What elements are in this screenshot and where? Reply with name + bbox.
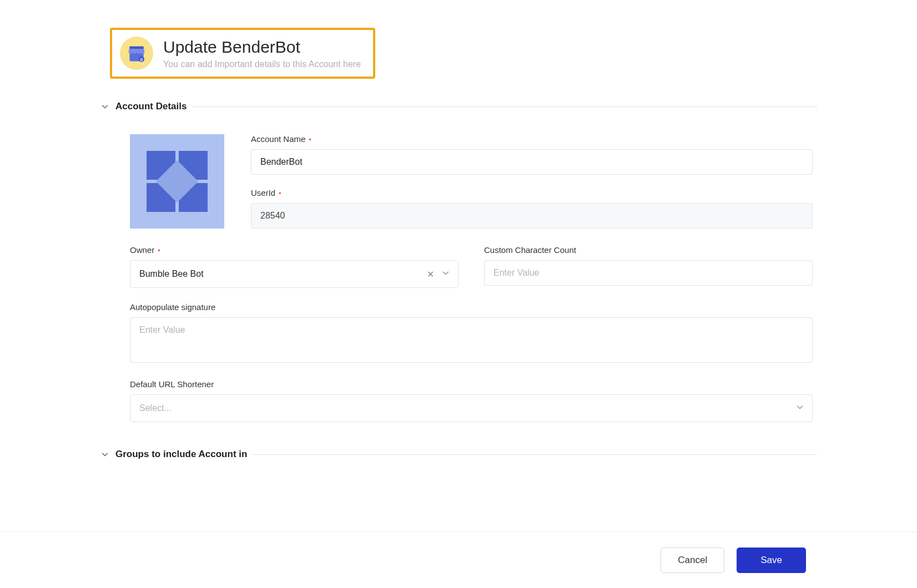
section-title: Groups to include Account in xyxy=(115,449,247,460)
page-title: Update BenderBot xyxy=(163,37,361,57)
input-custom-char-count[interactable] xyxy=(484,260,813,286)
section-title: Account Details xyxy=(115,101,187,112)
footer-action-bar: Cancel Save xyxy=(0,531,917,588)
input-account-name[interactable] xyxy=(251,149,813,175)
clear-icon[interactable]: ✕ xyxy=(427,269,434,280)
field-user-id: UserId xyxy=(251,188,813,229)
select-owner[interactable]: Bumble Bee Bot xyxy=(130,260,458,288)
field-auto-signature: Autopopulate signature xyxy=(130,302,813,365)
chevron-down-icon xyxy=(100,102,110,111)
field-url-shortener: Default URL Shortener Select... xyxy=(130,379,813,422)
field-account-name: Account Name xyxy=(251,134,813,175)
svg-rect-1 xyxy=(129,46,143,49)
section-header-groups[interactable]: Groups to include Account in xyxy=(100,449,817,460)
select-url-shortener[interactable]: Select... xyxy=(130,394,813,422)
divider xyxy=(192,107,817,107)
page-subtitle: You can add Important details to this Ac… xyxy=(163,59,361,69)
chevron-down-icon xyxy=(100,449,110,459)
cancel-button[interactable]: Cancel xyxy=(661,548,724,573)
field-owner: Owner Bumble Bee Bot ✕ xyxy=(130,245,458,288)
chevron-down-icon xyxy=(442,269,450,279)
account-avatar-placeholder[interactable] xyxy=(130,134,224,229)
label-account-name: Account Name xyxy=(251,134,813,144)
input-user-id xyxy=(251,203,813,229)
divider xyxy=(253,454,817,455)
label-user-id: UserId xyxy=(251,188,813,197)
label-custom-char-count: Custom Character Count xyxy=(484,245,813,255)
page-header-highlight: G Update BenderBot You can add Important… xyxy=(110,28,375,79)
label-owner: Owner xyxy=(130,245,458,255)
label-auto-signature: Autopopulate signature xyxy=(130,302,813,312)
field-custom-char-count: Custom Character Count xyxy=(484,245,813,288)
save-button[interactable]: Save xyxy=(737,548,806,573)
input-auto-signature[interactable] xyxy=(130,317,813,363)
select-owner-value: Bumble Bee Bot xyxy=(139,269,204,279)
select-url-shortener-placeholder: Select... xyxy=(139,403,172,413)
svg-text:G: G xyxy=(140,58,143,62)
chevron-down-icon xyxy=(796,403,804,413)
storefront-icon: G xyxy=(120,37,153,70)
label-url-shortener: Default URL Shortener xyxy=(130,379,813,389)
section-header-account-details[interactable]: Account Details xyxy=(100,101,817,112)
